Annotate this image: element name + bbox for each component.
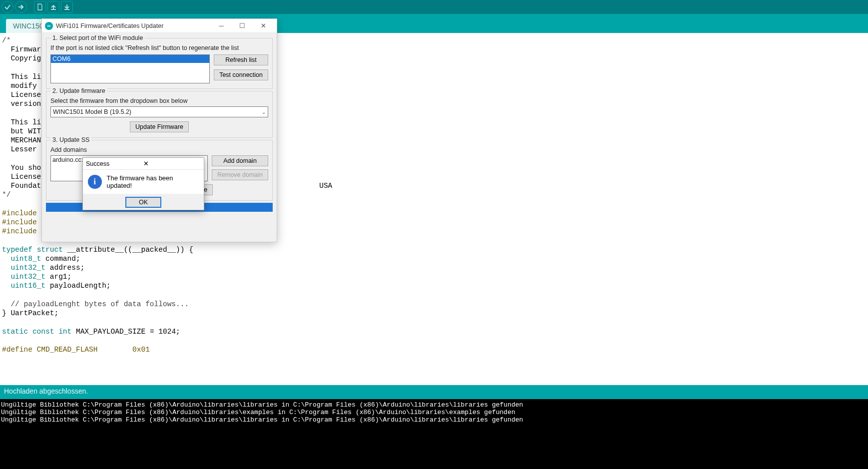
save-file-icon[interactable]: [61, 1, 73, 13]
upload-arrow-icon[interactable]: [15, 1, 27, 13]
firmware-dropdown[interactable]: WINC1501 Model B (19.5.2) ⌄: [50, 106, 268, 117]
verify-icon[interactable]: [1, 1, 13, 13]
port-listbox[interactable]: COM6: [50, 54, 210, 83]
firmware-dropdown-value: WINC1501 Model B (19.5.2): [53, 108, 131, 115]
section1-hint: If the port is not listed click "Refresh…: [50, 44, 268, 51]
add-domain-button[interactable]: Add domain: [212, 155, 268, 166]
msgbox-title: Success: [86, 160, 143, 167]
section-select-port: 1. Select port of the WiFi module If the…: [46, 38, 273, 89]
msgbox-message: The firmware has been updated!: [107, 174, 199, 189]
dialog-title: WiFi101 Firmware/Certificates Updater: [56, 22, 211, 29]
refresh-list-button[interactable]: Refresh list: [214, 54, 268, 65]
maximize-icon[interactable]: ☐: [232, 19, 253, 33]
port-item-selected[interactable]: COM6: [51, 55, 209, 63]
section3-legend: 3. Update SS: [50, 136, 91, 143]
msgbox-titlebar[interactable]: Success ✕: [83, 158, 204, 170]
minimize-icon[interactable]: ─: [211, 19, 232, 33]
success-msgbox: Success ✕ i The firmware has been update…: [82, 157, 204, 210]
status-bar: Hochladen abgeschlossen.: [0, 385, 868, 399]
msgbox-ok-button[interactable]: OK: [125, 197, 161, 208]
info-icon: i: [88, 175, 102, 189]
remove-domain-button: Remove domain: [212, 169, 268, 180]
close-icon[interactable]: ✕: [253, 19, 274, 33]
main-toolbar: [0, 0, 868, 14]
msgbox-close-icon[interactable]: ✕: [143, 160, 201, 167]
update-firmware-button[interactable]: Update Firmware: [130, 121, 189, 132]
chevron-down-icon: ⌄: [262, 109, 266, 115]
new-file-icon[interactable]: [34, 1, 46, 13]
section2-hint: Select the firmware from the dropdown bo…: [50, 97, 268, 104]
test-connection-button[interactable]: Test connection: [214, 69, 268, 80]
section3-hint: Add domains: [50, 146, 268, 153]
arduino-icon: ∞: [45, 22, 53, 30]
section2-legend: 2. Update firmware: [50, 87, 107, 94]
section1-legend: 1. Select port of the WiFi module: [50, 34, 145, 41]
dialog-titlebar[interactable]: ∞ WiFi101 Firmware/Certificates Updater …: [42, 19, 277, 33]
section-update-firmware: 2. Update firmware Select the firmware f…: [46, 91, 273, 138]
open-file-icon[interactable]: [47, 1, 59, 13]
output-console[interactable]: Ungültige Bibliothek C:\Program Files (x…: [0, 399, 868, 469]
